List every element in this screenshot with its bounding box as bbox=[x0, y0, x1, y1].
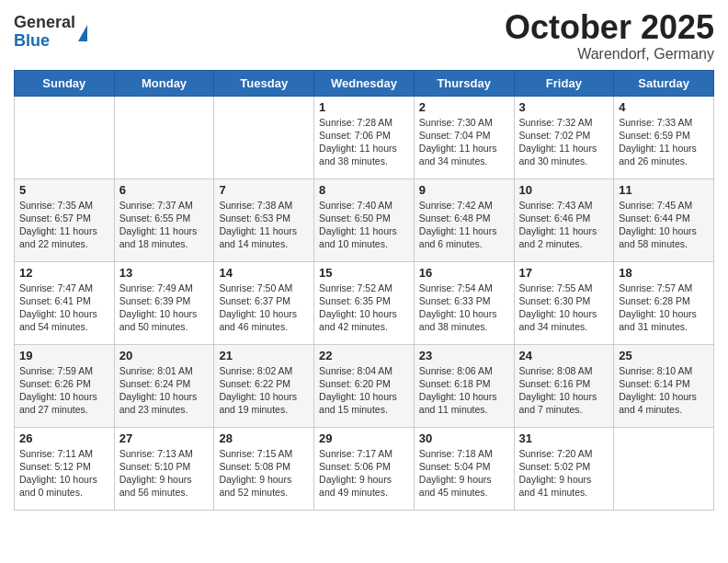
table-row: 1Sunrise: 7:28 AM Sunset: 7:06 PM Daylig… bbox=[314, 96, 415, 178]
week-row-5: 26Sunrise: 7:11 AM Sunset: 5:12 PM Dayli… bbox=[15, 427, 714, 510]
day-number: 30 bbox=[419, 431, 509, 445]
day-info: Sunrise: 7:47 AM Sunset: 6:41 PM Dayligh… bbox=[19, 282, 109, 334]
page-header: General Blue October 2025 Warendorf, Ger… bbox=[14, 9, 714, 63]
day-info: Sunrise: 8:02 AM Sunset: 6:22 PM Dayligh… bbox=[219, 364, 309, 417]
day-info: Sunrise: 7:50 AM Sunset: 6:37 PM Dayligh… bbox=[219, 282, 309, 334]
day-info: Sunrise: 7:49 AM Sunset: 6:39 PM Dayligh… bbox=[119, 282, 210, 334]
logo-triangle-icon bbox=[78, 25, 87, 41]
day-info: Sunrise: 7:35 AM Sunset: 6:57 PM Dayligh… bbox=[19, 199, 109, 251]
table-row: 19Sunrise: 7:59 AM Sunset: 6:26 PM Dayli… bbox=[15, 344, 115, 427]
table-row: 30Sunrise: 7:18 AM Sunset: 5:04 PM Dayli… bbox=[414, 427, 514, 510]
day-info: Sunrise: 8:01 AM Sunset: 6:24 PM Dayligh… bbox=[119, 364, 210, 417]
day-info: Sunrise: 7:30 AM Sunset: 7:04 PM Dayligh… bbox=[419, 116, 509, 168]
table-row: 17Sunrise: 7:55 AM Sunset: 6:30 PM Dayli… bbox=[514, 261, 614, 344]
table-row: 13Sunrise: 7:49 AM Sunset: 6:39 PM Dayli… bbox=[114, 261, 214, 344]
day-number: 22 bbox=[319, 349, 409, 362]
table-row: 16Sunrise: 7:54 AM Sunset: 6:33 PM Dayli… bbox=[414, 261, 514, 344]
table-row bbox=[114, 96, 214, 178]
table-row: 3Sunrise: 7:32 AM Sunset: 7:02 PM Daylig… bbox=[514, 96, 614, 178]
day-info: Sunrise: 7:32 AM Sunset: 7:02 PM Dayligh… bbox=[519, 116, 609, 168]
table-row: 25Sunrise: 8:10 AM Sunset: 6:14 PM Dayli… bbox=[614, 344, 714, 427]
day-number: 19 bbox=[19, 349, 109, 362]
day-info: Sunrise: 7:43 AM Sunset: 6:46 PM Dayligh… bbox=[519, 199, 609, 251]
table-row: 20Sunrise: 8:01 AM Sunset: 6:24 PM Dayli… bbox=[114, 344, 214, 427]
table-row bbox=[214, 96, 314, 178]
day-number: 23 bbox=[419, 349, 509, 362]
table-row bbox=[15, 96, 115, 178]
table-row: 23Sunrise: 8:06 AM Sunset: 6:18 PM Dayli… bbox=[414, 344, 514, 427]
header-saturday: Saturday bbox=[614, 70, 714, 96]
table-row: 12Sunrise: 7:47 AM Sunset: 6:41 PM Dayli… bbox=[15, 261, 115, 344]
day-info: Sunrise: 7:42 AM Sunset: 6:48 PM Dayligh… bbox=[419, 199, 509, 251]
day-number: 10 bbox=[519, 183, 609, 197]
table-row: 31Sunrise: 7:20 AM Sunset: 5:02 PM Dayli… bbox=[514, 427, 614, 510]
table-row: 18Sunrise: 7:57 AM Sunset: 6:28 PM Dayli… bbox=[614, 261, 714, 344]
table-row: 11Sunrise: 7:45 AM Sunset: 6:44 PM Dayli… bbox=[614, 178, 714, 261]
table-row: 27Sunrise: 7:13 AM Sunset: 5:10 PM Dayli… bbox=[114, 427, 214, 510]
logo-blue: Blue bbox=[14, 32, 75, 51]
day-number: 11 bbox=[619, 183, 709, 197]
day-info: Sunrise: 7:55 AM Sunset: 6:30 PM Dayligh… bbox=[519, 282, 609, 334]
day-number: 8 bbox=[319, 183, 409, 197]
week-row-3: 12Sunrise: 7:47 AM Sunset: 6:41 PM Dayli… bbox=[15, 261, 714, 344]
location: Warendorf, Germany bbox=[505, 46, 714, 63]
day-info: Sunrise: 8:04 AM Sunset: 6:20 PM Dayligh… bbox=[319, 364, 409, 417]
day-info: Sunrise: 8:08 AM Sunset: 6:16 PM Dayligh… bbox=[519, 364, 609, 417]
table-row: 10Sunrise: 7:43 AM Sunset: 6:46 PM Dayli… bbox=[514, 178, 614, 261]
day-number: 16 bbox=[419, 266, 509, 280]
day-info: Sunrise: 7:37 AM Sunset: 6:55 PM Dayligh… bbox=[119, 199, 210, 251]
table-row: 21Sunrise: 8:02 AM Sunset: 6:22 PM Dayli… bbox=[214, 344, 314, 427]
day-info: Sunrise: 7:11 AM Sunset: 5:12 PM Dayligh… bbox=[19, 447, 109, 500]
week-row-4: 19Sunrise: 7:59 AM Sunset: 6:26 PM Dayli… bbox=[15, 344, 714, 427]
weekday-header-row: Sunday Monday Tuesday Wednesday Thursday… bbox=[15, 70, 714, 96]
day-number: 31 bbox=[519, 431, 609, 445]
day-info: Sunrise: 7:38 AM Sunset: 6:53 PM Dayligh… bbox=[219, 199, 309, 251]
day-number: 15 bbox=[319, 266, 409, 280]
day-info: Sunrise: 7:59 AM Sunset: 6:26 PM Dayligh… bbox=[19, 364, 109, 417]
week-row-1: 1Sunrise: 7:28 AM Sunset: 7:06 PM Daylig… bbox=[15, 96, 714, 178]
day-number: 26 bbox=[19, 431, 109, 445]
day-info: Sunrise: 7:40 AM Sunset: 6:50 PM Dayligh… bbox=[319, 199, 409, 251]
day-number: 3 bbox=[519, 100, 609, 114]
day-number: 21 bbox=[219, 349, 309, 362]
table-row: 9Sunrise: 7:42 AM Sunset: 6:48 PM Daylig… bbox=[414, 178, 514, 261]
logo: General Blue bbox=[14, 14, 87, 51]
day-info: Sunrise: 7:52 AM Sunset: 6:35 PM Dayligh… bbox=[319, 282, 409, 334]
table-row: 5Sunrise: 7:35 AM Sunset: 6:57 PM Daylig… bbox=[15, 178, 115, 261]
header-monday: Monday bbox=[114, 70, 214, 96]
day-info: Sunrise: 7:13 AM Sunset: 5:10 PM Dayligh… bbox=[119, 447, 210, 500]
day-info: Sunrise: 7:20 AM Sunset: 5:02 PM Dayligh… bbox=[519, 447, 609, 500]
table-row: 22Sunrise: 8:04 AM Sunset: 6:20 PM Dayli… bbox=[314, 344, 415, 427]
table-row: 4Sunrise: 7:33 AM Sunset: 6:59 PM Daylig… bbox=[614, 96, 714, 178]
day-number: 14 bbox=[219, 266, 309, 280]
day-number: 5 bbox=[19, 183, 109, 197]
logo-general: General bbox=[14, 14, 75, 32]
day-number: 13 bbox=[119, 266, 210, 280]
day-number: 6 bbox=[119, 183, 210, 197]
header-friday: Friday bbox=[514, 70, 614, 96]
day-info: Sunrise: 7:33 AM Sunset: 6:59 PM Dayligh… bbox=[619, 116, 709, 168]
week-row-2: 5Sunrise: 7:35 AM Sunset: 6:57 PM Daylig… bbox=[15, 178, 714, 261]
table-row: 2Sunrise: 7:30 AM Sunset: 7:04 PM Daylig… bbox=[414, 96, 514, 178]
day-info: Sunrise: 7:17 AM Sunset: 5:06 PM Dayligh… bbox=[319, 447, 409, 500]
day-number: 17 bbox=[519, 266, 609, 280]
day-info: Sunrise: 7:54 AM Sunset: 6:33 PM Dayligh… bbox=[419, 282, 509, 334]
table-row: 28Sunrise: 7:15 AM Sunset: 5:08 PM Dayli… bbox=[214, 427, 314, 510]
title-block: October 2025 Warendorf, Germany bbox=[505, 9, 714, 63]
day-number: 4 bbox=[619, 100, 709, 114]
day-number: 7 bbox=[219, 183, 309, 197]
header-thursday: Thursday bbox=[414, 70, 514, 96]
table-row: 14Sunrise: 7:50 AM Sunset: 6:37 PM Dayli… bbox=[214, 261, 314, 344]
month-title: October 2025 bbox=[505, 9, 714, 46]
day-number: 12 bbox=[19, 266, 109, 280]
day-number: 29 bbox=[319, 431, 409, 445]
day-info: Sunrise: 8:10 AM Sunset: 6:14 PM Dayligh… bbox=[619, 364, 709, 417]
table-row: 8Sunrise: 7:40 AM Sunset: 6:50 PM Daylig… bbox=[314, 178, 415, 261]
day-number: 9 bbox=[419, 183, 509, 197]
day-info: Sunrise: 7:15 AM Sunset: 5:08 PM Dayligh… bbox=[219, 447, 309, 500]
day-info: Sunrise: 7:45 AM Sunset: 6:44 PM Dayligh… bbox=[619, 199, 709, 251]
day-info: Sunrise: 7:57 AM Sunset: 6:28 PM Dayligh… bbox=[619, 282, 709, 334]
header-sunday: Sunday bbox=[15, 70, 115, 96]
day-info: Sunrise: 7:18 AM Sunset: 5:04 PM Dayligh… bbox=[419, 447, 509, 500]
table-row: 7Sunrise: 7:38 AM Sunset: 6:53 PM Daylig… bbox=[214, 178, 314, 261]
